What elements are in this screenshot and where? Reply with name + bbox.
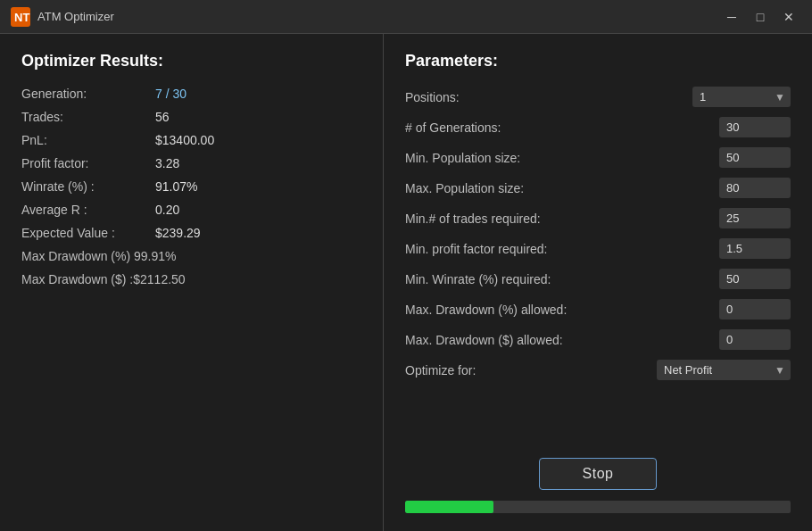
positions-select[interactable]: 123: [692, 87, 791, 107]
minimize-button[interactable]: ─: [719, 7, 744, 27]
optimize-for-select[interactable]: Net Profit Win Rate Profit Factor: [657, 360, 791, 380]
result-label-max-dd-pct: Max Drawdown (%) 99.91%: [21, 249, 177, 263]
param-label-generations: # of Generations:: [405, 120, 719, 135]
positions-select-wrapper: 123 ▼: [692, 87, 791, 107]
main-container: Optimizer Results: Generation: 7 / 30 Tr…: [0, 34, 812, 531]
max-population-input[interactable]: [719, 178, 791, 198]
result-label-max-dd-dollar: Max Drawdown ($) :$2112.50: [21, 272, 186, 286]
generations-input[interactable]: [719, 117, 791, 137]
window-controls: ─ □ ✕: [719, 7, 801, 27]
result-value-expected-value: $239.29: [155, 226, 201, 240]
close-button[interactable]: ✕: [776, 7, 801, 27]
param-row-generations: # of Generations:: [405, 117, 791, 137]
stop-button[interactable]: Stop: [539, 458, 658, 490]
result-row-trades: Trades: 56: [21, 110, 361, 124]
button-row: Stop: [405, 449, 791, 490]
result-value-pnl: $13400.00: [155, 133, 214, 147]
param-row-max-dd-pct: Max. Drawdown (%) allowed:: [405, 299, 791, 319]
param-label-positions: Positions:: [405, 90, 692, 104]
result-label-winrate: Winrate (%) :: [21, 179, 155, 194]
right-panel: Parameters: Positions: 123 ▼ # of Genera…: [384, 34, 812, 531]
param-label-min-pop: Min. Population size:: [405, 151, 719, 165]
param-label-min-winrate: Min. Winrate (%) required:: [405, 272, 719, 286]
optimizer-results-title: Optimizer Results:: [21, 52, 361, 71]
result-label-profit-factor: Profit factor:: [21, 156, 155, 170]
parameters-title: Parameters:: [405, 52, 791, 71]
optimize-select-wrapper: Net Profit Win Rate Profit Factor ▼: [657, 360, 791, 380]
result-value-avg-r: 0.20: [155, 203, 179, 217]
result-row-profit-factor: Profit factor: 3.28: [21, 156, 361, 170]
result-label-expected-value: Expected Value :: [21, 226, 155, 240]
progress-bar-container: [405, 501, 791, 513]
result-label-generation: Generation:: [21, 87, 155, 101]
param-row-max-pop: Max. Population size:: [405, 178, 791, 198]
result-value-profit-factor: 3.28: [155, 156, 179, 170]
min-winrate-input[interactable]: [719, 269, 791, 289]
param-label-max-dd-pct: Max. Drawdown (%) allowed:: [405, 303, 719, 317]
param-row-optimize-for: Optimize for: Net Profit Win Rate Profit…: [405, 360, 791, 380]
max-drawdown-dollar-input[interactable]: [719, 329, 791, 350]
param-label-optimize-for: Optimize for:: [405, 363, 657, 378]
param-row-positions: Positions: 123 ▼: [405, 87, 791, 107]
result-row-winrate: Winrate (%) : 91.07%: [21, 179, 361, 194]
result-row-max-dd-pct: Max Drawdown (%) 99.91%: [21, 249, 361, 263]
app-logo: NT: [11, 7, 30, 27]
param-label-max-pop: Max. Population size:: [405, 181, 719, 195]
min-population-input[interactable]: [719, 147, 791, 168]
left-panel: Optimizer Results: Generation: 7 / 30 Tr…: [0, 34, 384, 531]
maximize-button[interactable]: □: [748, 7, 773, 27]
param-label-max-dd-dollar: Max. Drawdown ($) allowed:: [405, 333, 719, 347]
max-drawdown-pct-input[interactable]: [719, 299, 791, 319]
svg-text:NT: NT: [14, 11, 29, 24]
progress-bar-fill: [405, 501, 493, 513]
result-label-avg-r: Average R :: [21, 203, 155, 217]
min-trades-input[interactable]: [719, 208, 791, 228]
result-row-expected-value: Expected Value : $239.29: [21, 226, 361, 240]
param-label-min-trades: Min.# of trades required:: [405, 212, 719, 226]
result-value-winrate: 91.07%: [155, 179, 197, 194]
window-title: ATM Optimizer: [37, 10, 719, 23]
result-value-trades: 56: [155, 110, 170, 124]
result-label-trades: Trades:: [21, 110, 155, 124]
result-row-pnl: PnL: $13400.00: [21, 133, 361, 147]
result-row-max-dd-dollar: Max Drawdown ($) :$2112.50: [21, 272, 361, 286]
min-profit-factor-input[interactable]: [719, 238, 791, 259]
param-row-min-pop: Min. Population size:: [405, 147, 791, 168]
param-label-min-profit: Min. profit factor required:: [405, 242, 719, 256]
param-row-min-trades: Min.# of trades required:: [405, 208, 791, 228]
param-row-min-profit: Min. profit factor required:: [405, 238, 791, 259]
result-row-avg-r: Average R : 0.20: [21, 203, 361, 217]
param-row-max-dd-dollar: Max. Drawdown ($) allowed:: [405, 329, 791, 350]
title-bar: NT ATM Optimizer ─ □ ✕: [0, 0, 812, 34]
param-row-min-winrate: Min. Winrate (%) required:: [405, 269, 791, 289]
result-value-generation: 7 / 30: [155, 87, 186, 101]
result-label-pnl: PnL:: [21, 133, 155, 147]
result-row-generation: Generation: 7 / 30: [21, 87, 361, 101]
